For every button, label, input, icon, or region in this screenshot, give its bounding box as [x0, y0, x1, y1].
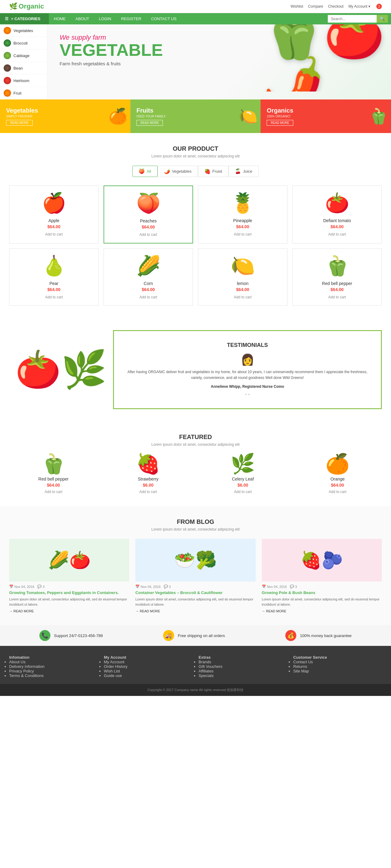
nav-login[interactable]: LOGIN	[94, 13, 116, 24]
product-pear[interactable]: 🍐 Pear $64.00 Add to cart	[9, 248, 99, 306]
support-text: Support 24/7-0123-456-789	[54, 633, 103, 638]
blog-title-0[interactable]: Growing Tomatoes, Peppers and Eggplants …	[9, 590, 129, 595]
product-peaches[interactable]: 🍑 Peaches $64.00 Add to cart	[104, 186, 193, 244]
footer-specials[interactable]: Specials	[199, 673, 287, 678]
tab-vegetables[interactable]: 🌶️ Vegetables	[158, 166, 198, 177]
cat-broccoli[interactable]: Broccoli	[0, 37, 47, 50]
promo-org-btn[interactable]: READ MORE	[267, 120, 293, 126]
compare-link[interactable]: Compare	[308, 4, 323, 8]
nav-contact[interactable]: CONTACT US	[146, 13, 181, 24]
featured-redpepper[interactable]: 🫑 Red bell pepper $64.00 Add to cart	[9, 454, 98, 494]
product-pineapple[interactable]: 🍍 Pineapple $64.00 Add to cart	[198, 186, 287, 244]
blog-title-2[interactable]: Growing Pole & Bush Beans	[262, 590, 382, 595]
footer-myaccount[interactable]: My Account	[104, 660, 192, 664]
cat-bean[interactable]: Bean	[0, 62, 47, 74]
search-button[interactable]: 🔍	[376, 15, 388, 23]
nav-home[interactable]: HOME	[49, 13, 71, 24]
cat-bean-icon	[4, 64, 11, 72]
nav-about[interactable]: ABOUT	[71, 13, 94, 24]
cat-veg-icon	[4, 27, 11, 34]
product-tomato-add[interactable]: Add to cart	[326, 231, 348, 238]
product-pepper-name: Red bell pepper	[298, 281, 376, 286]
nav-categories-btn[interactable]: ☰ ≡ CATEGORIES	[0, 13, 49, 24]
featured-orange[interactable]: 🍊 Orange $64.00 Add to cart	[293, 454, 382, 494]
product-pear-add[interactable]: Add to cart	[43, 294, 65, 301]
categories-label: ≡ CATEGORIES	[11, 17, 40, 21]
cat-heirloom[interactable]: Heirloom	[0, 74, 47, 87]
footer-contact[interactable]: Contact Us	[293, 660, 382, 664]
product-corn-add[interactable]: Add to cart	[137, 294, 160, 301]
product-pineapple-add[interactable]: Add to cart	[231, 231, 254, 238]
featured-celery[interactable]: 🌿 Celery Leaf $6.00 Add to cart	[199, 454, 287, 494]
product-apple-add[interactable]: Add to cart	[43, 231, 65, 238]
footer-guide[interactable]: Guide use	[104, 673, 192, 678]
promo-fruits: Fruits FEED YOUR FAMILY READ MORE 🍋	[131, 99, 261, 133]
cat-fruit[interactable]: Fruit	[0, 87, 47, 99]
featured-redpepper-add[interactable]: Add to cart	[45, 490, 62, 494]
featured-orange-add[interactable]: Add to cart	[329, 490, 346, 494]
product-pear-price: $64.00	[15, 287, 93, 292]
logo-icon: 🌿	[9, 2, 18, 10]
promo-fruit-btn[interactable]: READ MORE	[137, 120, 163, 126]
read-more-1[interactable]: → READ MORE	[135, 609, 255, 613]
featured-grid: 🫑 Red bell pepper $64.00 Add to cart 🍓 S…	[9, 454, 382, 494]
product-pepper[interactable]: 🫑 Red bell pepper $64.00 Add to cart	[292, 248, 382, 306]
footer-about[interactable]: About Us	[9, 660, 98, 664]
promo-veg-btn[interactable]: READ MORE	[6, 120, 33, 126]
footer-brands[interactable]: Brands	[199, 660, 287, 664]
cat-fruit-icon	[4, 89, 11, 97]
tab-all[interactable]: 🍑 All	[132, 166, 157, 177]
cart-icon[interactable]: 2	[376, 4, 382, 9]
blog-grid: 🌽🍅 📅 Nov 04, 2016 💬 3 Growing Tomatoes, …	[9, 539, 382, 613]
cat-cab-icon	[4, 52, 11, 59]
testimonials-title: TESTIMONIALS	[126, 342, 369, 348]
blog-title-1[interactable]: Container Vegetables – Broccoli & Caulif…	[135, 590, 255, 595]
footer-terms[interactable]: Terms & Conditions	[9, 673, 98, 678]
tab-juice[interactable]: 🍒 Juice	[228, 166, 258, 177]
product-tomato[interactable]: 🍅 Defiant tomato $64.00 Add to cart	[292, 186, 382, 244]
product-peaches-add[interactable]: Add to cart	[137, 231, 160, 238]
checkout-link[interactable]: Checkout	[328, 4, 344, 8]
product-corn[interactable]: 🌽 Corn $64.00 Add to cart	[104, 248, 193, 306]
promo-vegetables: Vegetables SIMPLY FRESHER READ MORE 🍊	[0, 99, 131, 133]
product-lemon-img: 🍋	[203, 253, 282, 278]
footer-vouchers[interactable]: Gift Vouchers	[199, 664, 287, 669]
nav-register[interactable]: REGISTER	[116, 13, 146, 24]
promo-org-sub: 100% ORGANIC!	[267, 115, 385, 118]
product-grid: 🍎 Apple $64.00 Add to cart 🍑 Peaches $64…	[9, 186, 382, 306]
blog-section: FROM BLOG Lorem ipsum dolor sit amet, co…	[0, 506, 391, 625]
blog-title: FROM BLOG	[9, 518, 382, 525]
footer-wishlist[interactable]: Wish List	[104, 669, 192, 673]
promo-organics: Organics 100% ORGANIC! READ MORE 🫑	[260, 99, 391, 133]
featured-celery-img: 🌿	[199, 454, 287, 473]
featured-strawberry[interactable]: 🍓 Strawberry $6.00 Add to cart	[104, 454, 192, 494]
footer-returns[interactable]: Returns	[293, 664, 382, 669]
cat-vegetables[interactable]: Vegetables	[0, 24, 47, 37]
product-lemon[interactable]: 🍋 lemon $64.00 Add to cart	[198, 248, 287, 306]
tab-all-icon: 🍑	[139, 168, 145, 174]
featured-strawberry-add[interactable]: Add to cart	[139, 490, 157, 494]
footer-delivery[interactable]: Delivery Information	[9, 664, 98, 669]
featured-celery-price: $6.00	[199, 483, 287, 488]
read-more-0[interactable]: → READ MORE	[9, 609, 129, 613]
wishlist-link[interactable]: Wishlist	[290, 4, 303, 8]
footer-sitemap[interactable]: Site Map	[293, 669, 382, 673]
search-input[interactable]	[328, 15, 376, 23]
hero-title: VEGETABLE	[60, 41, 379, 59]
cat-cabbage[interactable]: Cabbage	[0, 50, 47, 62]
footer-privacy[interactable]: Privacy Policy	[9, 669, 98, 673]
read-more-2[interactable]: → READ MORE	[262, 609, 382, 613]
featured-celery-add[interactable]: Add to cart	[234, 490, 252, 494]
product-corn-name: Corn	[109, 281, 188, 286]
footer-orders[interactable]: Order History	[104, 664, 192, 669]
footer-affiliates[interactable]: Affiliates	[199, 669, 287, 673]
product-lemon-add[interactable]: Add to cart	[231, 294, 254, 301]
tab-fruist[interactable]: 🍓 Fruist	[198, 166, 229, 177]
product-subtitle: Lorem ipsum dolor sit amet, consectetur …	[9, 154, 382, 158]
myaccount-link[interactable]: My Account ▾	[348, 4, 370, 8]
promo-org-title: Organics	[267, 107, 385, 114]
logo[interactable]: 🌿 Organic	[9, 2, 44, 10]
product-apple[interactable]: 🍎 Apple $64.00 Add to cart	[9, 186, 99, 244]
product-pepper-add[interactable]: Add to cart	[326, 294, 348, 301]
featured-orange-price: $64.00	[293, 483, 382, 488]
